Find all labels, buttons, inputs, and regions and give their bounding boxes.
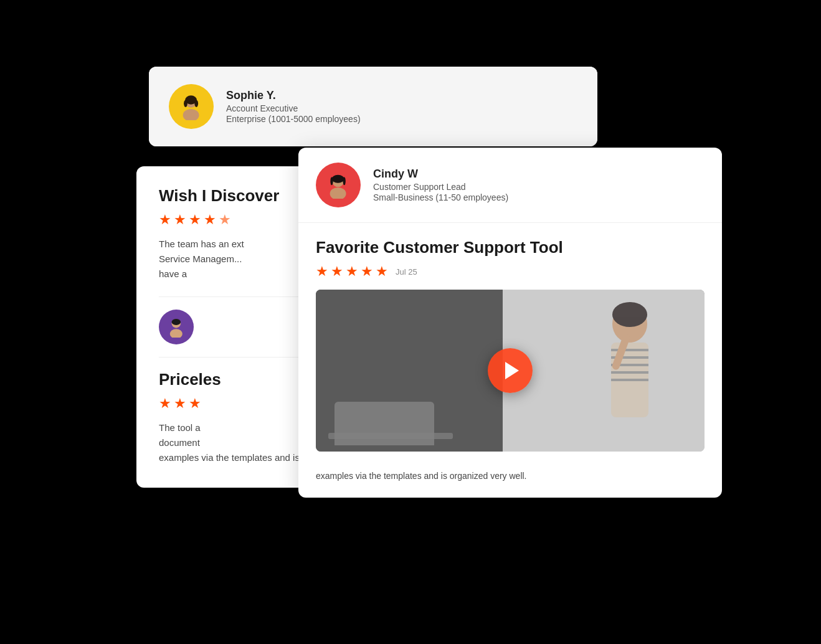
play-button[interactable]: [488, 348, 533, 393]
svg-point-10: [332, 175, 344, 183]
svg-rect-19: [611, 371, 648, 374]
priceless-star-2: ★: [174, 395, 186, 412]
card-sophie: Sophie Y. Account Executive Enterprise (…: [149, 67, 597, 146]
svg-point-7: [172, 319, 181, 325]
cindy-review-body: Favorite Customer Support Tool ★ ★ ★ ★ ★…: [298, 223, 722, 469]
priceless-star-3: ★: [189, 395, 201, 412]
sophie-portrait-icon: [178, 93, 204, 120]
svg-point-4: [195, 100, 199, 108]
video-thumbnail[interactable]: [316, 290, 705, 452]
avatar-cindy: [316, 163, 361, 207]
svg-rect-16: [611, 349, 648, 351]
woman-silhouette: [555, 296, 667, 445]
scene: Sophie Y. Account Executive Enterprise (…: [99, 67, 722, 577]
star-2: ★: [174, 212, 186, 228]
svg-point-14: [612, 302, 647, 327]
cindy-star-4: ★: [361, 263, 373, 280]
review-date: Jul 25: [396, 267, 417, 277]
cindy-star-3: ★: [346, 263, 358, 280]
avatar-sophie: [169, 84, 214, 129]
user-info-cindy: Cindy W Customer Support Lead Small-Busi…: [373, 168, 508, 202]
card-cindy: Cindy W Customer Support Lead Small-Busi…: [298, 148, 722, 498]
user-info-sophie: Sophie Y. Account Executive Enterprise (…: [226, 89, 361, 124]
avatar-purple: [159, 310, 194, 344]
cindy-star-2: ★: [331, 263, 343, 280]
cindy-star-1: ★: [316, 263, 328, 280]
svg-point-12: [331, 178, 333, 186]
cindy-portrait-icon: [325, 171, 351, 198]
svg-point-9: [330, 187, 346, 198]
svg-rect-23: [328, 433, 453, 439]
cindy-bottom-text: examples via the templates and is organi…: [298, 469, 722, 498]
svg-point-1: [183, 109, 199, 120]
cindy-star-5: ★: [376, 263, 388, 280]
svg-rect-20: [611, 379, 648, 381]
star-4: ★: [204, 212, 216, 228]
cindy-role: Customer Support Lead: [373, 182, 508, 192]
priceless-star-1: ★: [159, 395, 171, 412]
cindy-company: Small-Business (11-50 employees): [373, 192, 508, 202]
svg-point-6: [170, 329, 183, 337]
star-1: ★: [159, 212, 171, 228]
star-5-half: ★: [219, 212, 231, 228]
user-header-sophie: Sophie Y. Account Executive Enterprise (…: [149, 67, 597, 146]
sophie-company: Enterprise (1001-5000 employees): [226, 114, 361, 124]
cindy-stars: ★ ★ ★ ★ ★ Jul 25: [316, 263, 705, 280]
svg-point-11: [343, 178, 346, 186]
star-3: ★: [189, 212, 201, 228]
svg-point-3: [184, 100, 187, 108]
user-header-cindy: Cindy W Customer Support Lead Small-Busi…: [298, 148, 722, 223]
sophie-name: Sophie Y.: [226, 89, 361, 102]
cindy-name: Cindy W: [373, 168, 508, 181]
purple-portrait-icon: [166, 316, 187, 338]
laptop-icon: [328, 395, 453, 445]
cindy-review-title: Favorite Customer Support Tool: [316, 238, 705, 257]
sophie-role: Account Executive: [226, 103, 361, 113]
